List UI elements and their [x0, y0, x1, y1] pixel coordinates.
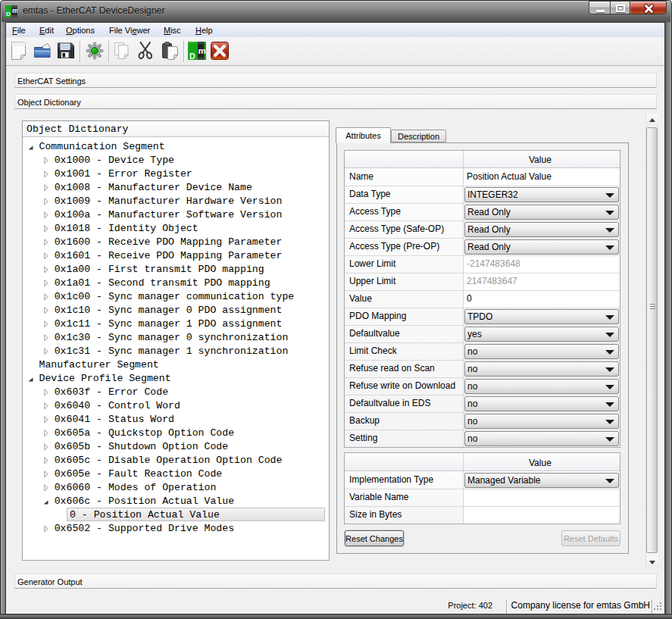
svg-text:D: D: [189, 52, 195, 61]
svg-text:m: m: [198, 46, 206, 55]
svg-text:D: D: [6, 11, 11, 17]
svg-text:m: m: [12, 7, 17, 14]
